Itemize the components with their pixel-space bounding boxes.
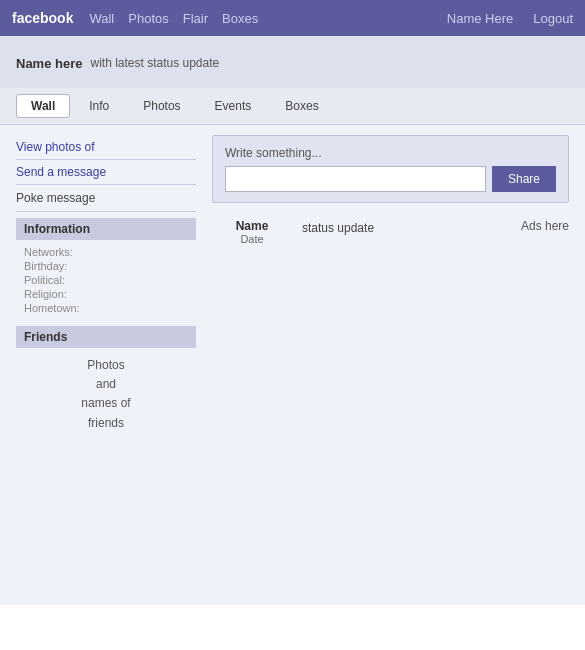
write-label: Write something... xyxy=(225,146,556,160)
brand-logo[interactable]: facebook xyxy=(12,10,73,26)
info-list: Networks: Birthday: Political: Religion:… xyxy=(16,240,196,320)
nav-right: Name Here Logout xyxy=(447,11,573,26)
input-row: Share xyxy=(225,166,556,192)
center-col: Write something... Share Name Date statu… xyxy=(212,135,569,595)
nav-flair[interactable]: Flair xyxy=(183,11,208,26)
main-content: View photos of Send a message Poke messa… xyxy=(0,125,585,605)
nav-wall[interactable]: Wall xyxy=(89,11,114,26)
nav-boxes[interactable]: Boxes xyxy=(222,11,258,26)
top-nav: facebook Wall Photos Flair Boxes Name He… xyxy=(0,0,585,36)
friends-header: Friends xyxy=(16,326,196,348)
nav-links: Wall Photos Flair Boxes xyxy=(89,11,446,26)
info-birthday: Birthday: xyxy=(24,260,188,272)
status-input[interactable] xyxy=(225,166,486,192)
tab-boxes[interactable]: Boxes xyxy=(270,94,333,118)
profile-header: Name here with latest status update xyxy=(0,36,585,88)
info-networks: Networks: xyxy=(24,246,188,258)
feed-item: Name Date status update Ads here xyxy=(212,213,569,251)
info-religion: Religion: xyxy=(24,288,188,300)
share-button[interactable]: Share xyxy=(492,166,556,192)
send-message-link[interactable]: Send a message xyxy=(16,160,196,185)
tab-info[interactable]: Info xyxy=(74,94,124,118)
poke-section: Poke message xyxy=(16,185,196,212)
feed-left: Name Date xyxy=(212,219,292,245)
profile-status: with latest status update xyxy=(90,56,219,70)
tab-wall[interactable]: Wall xyxy=(16,94,70,118)
view-photos-link[interactable]: View photos of xyxy=(16,135,196,160)
tab-events[interactable]: Events xyxy=(200,94,267,118)
user-name-nav[interactable]: Name Here xyxy=(447,11,513,26)
profile-name[interactable]: Name here xyxy=(16,56,82,71)
feed-date: Date xyxy=(212,233,292,245)
profile-tabs: Wall Info Photos Events Boxes xyxy=(0,88,585,125)
tab-photos[interactable]: Photos xyxy=(128,94,195,118)
left-sidebar: View photos of Send a message Poke messa… xyxy=(16,135,196,595)
status-box: Write something... Share xyxy=(212,135,569,203)
feed-ads: Ads here xyxy=(479,219,569,245)
feed-status: status update xyxy=(302,219,469,245)
information-header: Information xyxy=(16,218,196,240)
nav-photos[interactable]: Photos xyxy=(128,11,168,26)
info-hometown: Hometown: xyxy=(24,302,188,314)
info-political: Political: xyxy=(24,274,188,286)
feed-name: Name xyxy=(212,219,292,233)
poke-label[interactable]: Poke message xyxy=(16,191,95,205)
friends-photos: Photosandnames offriends xyxy=(16,348,196,441)
logout-link[interactable]: Logout xyxy=(533,11,573,26)
